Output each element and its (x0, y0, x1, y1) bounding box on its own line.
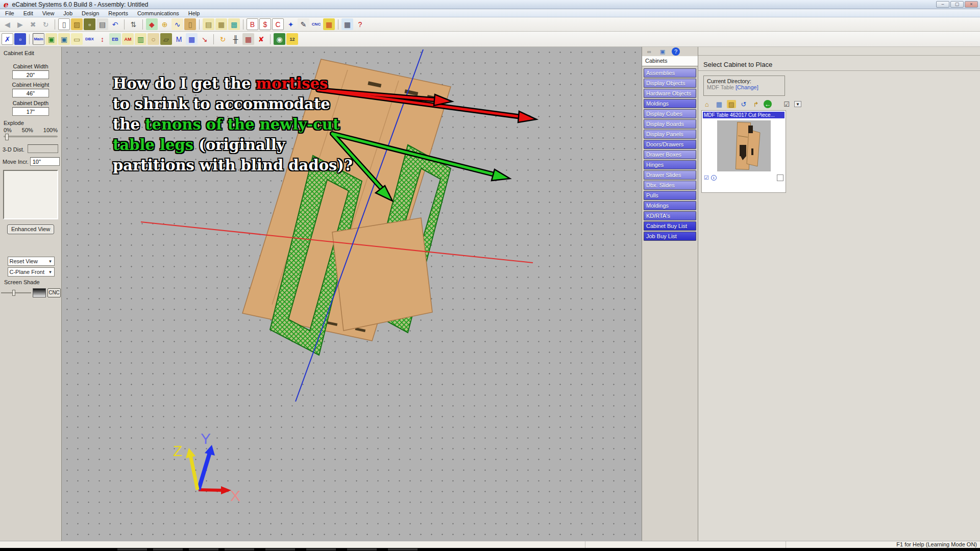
ruler-icon[interactable]: 12 (286, 33, 298, 45)
keyboard-icon[interactable]: ▦ (341, 18, 353, 30)
settings-sliders-icon[interactable]: ⇅ (128, 18, 139, 30)
category-pulls[interactable]: Pulls (644, 191, 696, 200)
window-grid-icon[interactable]: ▦ (186, 33, 198, 45)
cabinet-nest-icon[interactable]: ▩ (228, 18, 240, 30)
save-assembly-icon[interactable]: ▫ (14, 33, 26, 45)
category-display-panels[interactable]: Display Panels (644, 130, 696, 139)
camera-icon[interactable]: ◉ (274, 33, 285, 45)
cnc-button[interactable]: CNC (47, 288, 61, 297)
materials-icon[interactable]: ◆ (146, 18, 158, 30)
taskbar[interactable] (0, 548, 980, 551)
explode-slider-thumb[interactable] (5, 134, 9, 140)
view-dropdown-icon[interactable]: ▼ (794, 101, 801, 107)
cabinet-blue-icon[interactable]: ▣ (58, 33, 70, 45)
cabinet-list-item[interactable]: MDF Table 462017 Cut Piece... ☑ i (701, 110, 786, 193)
plumb-bob-icon[interactable]: ⊕ (159, 18, 170, 30)
am-icon[interactable]: AM (122, 33, 134, 45)
open-folder-icon[interactable]: ▨ (71, 18, 83, 30)
cabinet-thumbnail[interactable] (717, 120, 771, 171)
menu-help[interactable]: Help (188, 10, 200, 16)
category-job-buy-list[interactable]: Job Buy List (644, 232, 696, 241)
close-button[interactable]: × (965, 1, 978, 8)
report-cost-icon[interactable]: $ (259, 18, 271, 30)
nest-layout-icon[interactable]: ▦ (323, 18, 335, 30)
category-drawer-slides[interactable]: Drawer Slides (644, 170, 696, 180)
viewport-3d[interactable]: Z Y X How do I get the mortisesto shrink… (62, 47, 642, 541)
drawer-icon[interactable]: ▭ (71, 33, 83, 45)
frame-icon[interactable]: ▥ (135, 33, 146, 45)
cabinet-height-field[interactable] (12, 89, 49, 97)
explode-slider[interactable] (4, 136, 58, 137)
screen-shade-thumb[interactable] (12, 290, 15, 296)
menu-communications[interactable]: Communications (137, 10, 179, 16)
dimension-pointer-icon[interactable]: ↘ (199, 33, 210, 45)
cplane-combo[interactable]: C-Plane Front ▼ (8, 267, 55, 277)
minimize-button[interactable]: – (936, 1, 949, 8)
item-dropdown-check-icon[interactable]: ☑ (704, 174, 709, 181)
forward-icon[interactable]: ▶ (14, 18, 26, 30)
tools-icon[interactable]: ✦ (285, 18, 297, 30)
category-assemblies[interactable]: Assemblies (644, 68, 696, 78)
cnc-editor-icon[interactable]: ✎ (298, 18, 309, 30)
back-green-icon[interactable]: ← (764, 100, 772, 108)
folder-up-icon[interactable]: ↱ (751, 100, 761, 108)
delete-icon[interactable]: ✘ (255, 33, 267, 45)
category-drawer-boxes[interactable]: Drawer Boxes (644, 150, 696, 159)
view-tiles-icon[interactable]: ▦ (715, 100, 724, 108)
selection-listbox[interactable] (3, 170, 58, 219)
save-icon[interactable]: ▫ (84, 18, 95, 30)
screen-shade-slider[interactable] (1, 292, 31, 293)
menu-edit[interactable]: Edit (23, 10, 33, 16)
cabinets-tab[interactable]: Cabinets (642, 56, 698, 66)
panel-help-icon[interactable]: ? (672, 47, 680, 56)
cabinet-depth-field[interactable] (12, 107, 49, 116)
reload-icon[interactable]: ↺ (739, 100, 748, 108)
category-hardware-objects[interactable]: Hardware Objects (644, 89, 696, 98)
category-kd-rta-s[interactable]: KD/RTA's (644, 211, 696, 220)
molding-curve-icon[interactable]: ∿ (172, 18, 183, 30)
maximize-button[interactable]: ▢ (950, 1, 964, 8)
category-dbx-slides[interactable]: Dbx. Slides (644, 181, 696, 190)
carved-shape-icon[interactable]: ○ (148, 33, 159, 45)
window-x-icon[interactable]: ✗ (2, 33, 13, 45)
change-directory-link[interactable]: [Change] (736, 84, 758, 90)
report-cutlist-icon[interactable]: C (272, 18, 284, 30)
cabinet-green-icon[interactable]: ▣ (45, 33, 57, 45)
dbx-icon[interactable]: DBX (84, 33, 95, 45)
door-panel-icon[interactable]: ▯ (184, 18, 196, 30)
grid-cross-icon[interactable]: ▦ (242, 33, 254, 45)
category-display-boards[interactable]: Display Boards (644, 119, 696, 129)
cabinet-width-field[interactable] (12, 70, 49, 79)
category-moldings[interactable]: Moldings (644, 201, 696, 210)
view-combo[interactable]: Reset View ▼ (8, 257, 55, 266)
menu-design[interactable]: Design (82, 10, 99, 16)
folder-icon[interactable]: ▨ (727, 100, 736, 108)
cabinet-face-icon[interactable]: ▤ (203, 18, 214, 30)
align-rails-icon[interactable]: ╫ (230, 33, 241, 45)
new-document-icon[interactable]: ▯ (58, 18, 70, 30)
print-icon[interactable]: ▤ (96, 18, 108, 30)
report-bid-icon[interactable]: B (247, 18, 258, 30)
category-moldings[interactable]: Moldings (644, 99, 696, 108)
cnc-label-icon[interactable]: CNC (310, 18, 322, 30)
help-icon[interactable]: ? (354, 18, 366, 30)
enhanced-view-button[interactable]: Enhanced View (7, 224, 54, 234)
pin-link-icon[interactable]: ∞ (645, 47, 653, 56)
main-button[interactable]: Main (33, 33, 44, 45)
cm-icon[interactable]: M (173, 33, 185, 45)
home-icon[interactable]: ⌂ (702, 100, 712, 108)
menu-job[interactable]: Job (63, 10, 72, 16)
board-icon[interactable]: ▱ (160, 33, 172, 45)
adjust-arrows-icon[interactable]: ↕ (96, 33, 108, 45)
category-doors-drawers[interactable]: Doors/Drawers (644, 140, 696, 149)
category-cabinet-buy-list[interactable]: Cabinet Buy List (644, 221, 696, 231)
info-icon[interactable]: i (711, 175, 717, 181)
rotate-icon[interactable]: ↻ (217, 33, 229, 45)
cabinet-item-label[interactable]: MDF Table 462017 Cut Piece... (703, 112, 785, 118)
category-display-objects[interactable]: Display Objects (644, 79, 696, 88)
move-incr-field[interactable] (30, 157, 60, 166)
item-checkbox[interactable] (777, 174, 783, 181)
stop-icon[interactable]: ✖ (27, 18, 39, 30)
popout-window-icon[interactable]: ▣ (658, 47, 667, 56)
category-hinges[interactable]: Hinges (644, 160, 696, 169)
